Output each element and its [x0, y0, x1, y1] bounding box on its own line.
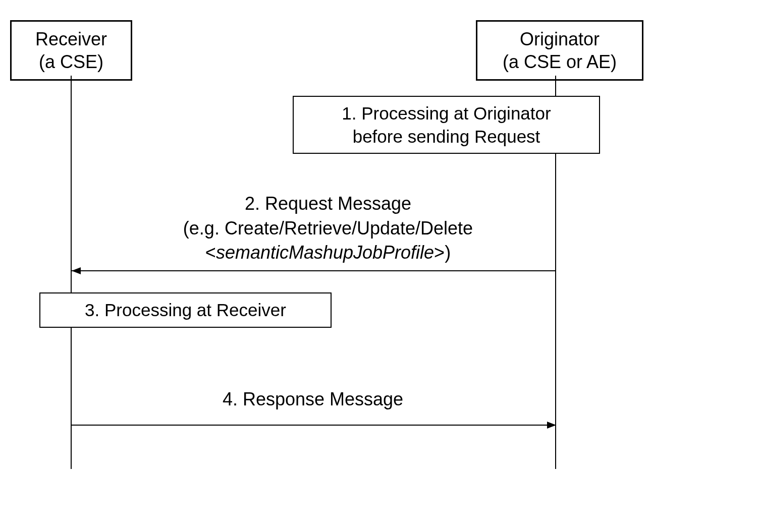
- arrow-response-head: [547, 422, 556, 429]
- step2-line3: <semanticMashupJobProfile>): [101, 241, 555, 265]
- step4-text: 4. Response Message: [111, 387, 515, 412]
- originator-subtitle: (a CSE or AE): [486, 50, 633, 73]
- arrow-request-head: [72, 267, 81, 274]
- step2-line1: 2. Request Message: [101, 192, 555, 216]
- receiver-actor-box: Receiver (a CSE): [10, 20, 132, 81]
- step1-line1: 1. Processing at Originator: [304, 102, 589, 125]
- arrow-request: [72, 270, 555, 271]
- receiver-name: Receiver: [21, 28, 122, 50]
- arrow-response: [72, 425, 555, 426]
- step3-processing-box: 3. Processing at Receiver: [39, 292, 332, 328]
- step2-line2: (e.g. Create/Retrieve/Update/Delete: [101, 216, 555, 241]
- step1-processing-box: 1. Processing at Originator before sendi…: [293, 96, 600, 154]
- sequence-diagram: Receiver (a CSE) Originator (a CSE or AE…: [10, 10, 656, 474]
- originator-actor-box: Originator (a CSE or AE): [476, 20, 643, 81]
- step4-message-label: 4. Response Message: [111, 387, 515, 412]
- step3-text: 3. Processing at Receiver: [50, 299, 320, 322]
- step2-message-label: 2. Request Message (e.g. Create/Retrieve…: [101, 192, 555, 265]
- step2-line3-open: <: [205, 242, 216, 263]
- receiver-subtitle: (a CSE): [21, 50, 122, 73]
- step1-line2: before sending Request: [304, 125, 589, 148]
- step2-line3-close: >): [434, 242, 451, 263]
- step2-line3-italic: semanticMashupJobProfile: [216, 242, 434, 263]
- originator-name: Originator: [486, 28, 633, 50]
